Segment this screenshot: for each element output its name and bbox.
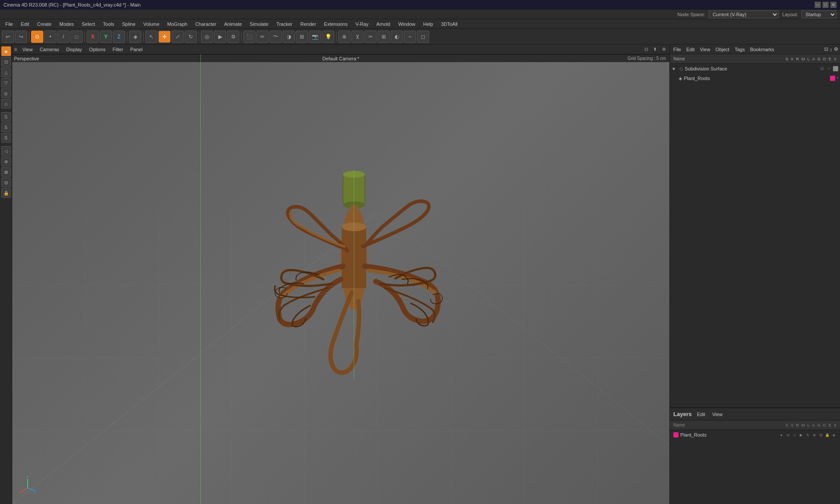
axis-z-btn[interactable]: Z bbox=[113, 31, 125, 43]
menu-simulate[interactable]: Simulate bbox=[246, 21, 272, 28]
layer-gen-icon[interactable]: ↻ bbox=[805, 432, 810, 438]
camera-btn[interactable]: 📷 bbox=[309, 31, 321, 43]
tool1-btn[interactable]: ◁ bbox=[1, 146, 11, 156]
vp-menu-filter[interactable]: Filter bbox=[111, 47, 125, 52]
vp-menu-options[interactable]: Options bbox=[87, 47, 107, 52]
vp-maximize-icon[interactable]: ⬆ bbox=[651, 46, 659, 53]
vp-menu-display[interactable]: Display bbox=[64, 47, 84, 52]
render-settings-btn[interactable]: ⚙ bbox=[227, 31, 239, 43]
mode-sculpt-btn[interactable]: ▽ bbox=[1, 78, 11, 88]
axis-y-btn[interactable]: Y bbox=[100, 31, 112, 43]
menu-3dtoall[interactable]: 3DToAll bbox=[438, 21, 461, 28]
snap-mode-btn[interactable]: S bbox=[1, 112, 11, 122]
snap2-btn[interactable]: S bbox=[1, 122, 11, 132]
menu-arnold[interactable]: Arnold bbox=[373, 21, 394, 28]
select-btn[interactable]: ↖ bbox=[145, 31, 158, 43]
iron-btn[interactable]: ◻ bbox=[417, 31, 429, 43]
tool2-btn[interactable]: ⊕ bbox=[1, 157, 11, 166]
vp-menu-icon[interactable]: ≡ bbox=[14, 46, 17, 52]
obj-bookmarks[interactable]: Bookmarks bbox=[748, 47, 776, 52]
layer-plant-roots[interactable]: Plant_Roots ● ◎ □ ▶ ↻ ⊕ ⊟ 🔒 ◈ bbox=[670, 430, 840, 440]
tool5-btn[interactable]: 🔒 bbox=[1, 188, 11, 198]
menu-extensions[interactable]: Extensions bbox=[321, 21, 351, 28]
brush-btn[interactable]: ◐ bbox=[391, 31, 403, 43]
bulge-btn[interactable]: ~ bbox=[404, 31, 416, 43]
obj-world-btn[interactable]: ◈ bbox=[129, 31, 141, 43]
scale-btn[interactable]: ⤢ bbox=[172, 31, 184, 43]
tool4-btn[interactable]: ⊟ bbox=[1, 178, 11, 187]
menu-select[interactable]: Select bbox=[78, 21, 99, 28]
layer-deform-icon[interactable]: ⊕ bbox=[812, 432, 817, 438]
vp-menu-panel[interactable]: Panel bbox=[129, 47, 144, 52]
obj-gear-icon[interactable]: ⚙ bbox=[834, 46, 838, 52]
menu-character[interactable]: Character bbox=[192, 21, 220, 28]
obj-subdivision-surface[interactable]: ▼ ◇ Subdivision Surface ☑ ✓ bbox=[670, 64, 840, 74]
undo-btn[interactable]: ↩ bbox=[2, 31, 14, 43]
tool3-btn[interactable]: ⊠ bbox=[1, 167, 11, 177]
layer-expr-icon[interactable]: ⊟ bbox=[818, 432, 823, 438]
pencil-btn[interactable]: ✏ bbox=[256, 31, 269, 43]
layer-eye-icon[interactable]: ● bbox=[779, 432, 784, 438]
menu-tracker[interactable]: Tracker bbox=[273, 21, 296, 28]
viewport[interactable]: Perspective Default Camera:* bbox=[12, 54, 669, 504]
menu-animate[interactable]: Animate bbox=[220, 21, 245, 28]
mode-poly-btn[interactable]: □ bbox=[70, 31, 83, 43]
menu-edit[interactable]: Edit bbox=[18, 21, 33, 28]
menu-tools[interactable]: Tools bbox=[99, 21, 118, 28]
obj-sort-icon[interactable]: ↕ bbox=[830, 47, 833, 52]
knife-btn[interactable]: ✂ bbox=[364, 31, 377, 43]
subdiv-active-check[interactable]: ✓ bbox=[826, 66, 832, 72]
mode-bp-btn[interactable]: △ bbox=[1, 67, 11, 77]
menu-help[interactable]: Help bbox=[420, 21, 437, 28]
menu-volume[interactable]: Volume bbox=[140, 21, 163, 28]
redo-btn[interactable]: ↪ bbox=[15, 31, 27, 43]
layer-solo-icon[interactable]: ◈ bbox=[831, 432, 836, 438]
mode-object-btn[interactable]: ⊙ bbox=[31, 31, 43, 43]
subdiv-checkbox[interactable]: ☑ bbox=[819, 66, 825, 72]
obj-object[interactable]: Object bbox=[714, 47, 731, 52]
layout-dropdown[interactable]: Startup bbox=[802, 10, 836, 18]
obj-tags[interactable]: Tags bbox=[733, 47, 746, 52]
vp-settings-icon[interactable]: ⚙ bbox=[660, 46, 668, 53]
rotate-btn[interactable]: ↻ bbox=[185, 31, 197, 43]
layer-anim-icon[interactable]: ▶ bbox=[798, 432, 804, 438]
light-btn[interactable]: 💡 bbox=[322, 31, 334, 43]
subdiv-expand-icon[interactable]: ▼ bbox=[672, 66, 676, 71]
menu-render[interactable]: Render bbox=[297, 21, 320, 28]
move-btn[interactable]: ✛ bbox=[158, 31, 171, 43]
cube-btn[interactable]: ⬛ bbox=[243, 31, 256, 43]
snap-btn[interactable]: ⊕ bbox=[338, 31, 350, 43]
mode-edge-btn[interactable]: / bbox=[57, 31, 70, 43]
layer-cam-icon[interactable]: ◎ bbox=[785, 432, 791, 438]
mode-point-btn[interactable]: • bbox=[44, 31, 56, 43]
menu-spline[interactable]: Spline bbox=[119, 21, 139, 28]
array-btn[interactable]: ⊞ bbox=[296, 31, 308, 43]
layer-render-icon[interactable]: □ bbox=[792, 432, 797, 438]
measure-btn[interactable]: ⊻ bbox=[351, 31, 364, 43]
vp-menu-cameras[interactable]: Cameras bbox=[38, 47, 61, 52]
snap3-btn[interactable]: S bbox=[1, 133, 11, 143]
node-space-dropdown[interactable]: Current (V-Ray) bbox=[709, 10, 779, 18]
render-view-btn[interactable]: ◎ bbox=[201, 31, 213, 43]
obj-view[interactable]: View bbox=[698, 47, 712, 52]
menu-vray[interactable]: V-Ray bbox=[352, 21, 372, 28]
menu-window[interactable]: Window bbox=[395, 21, 419, 28]
deform-btn[interactable]: ◑ bbox=[283, 31, 295, 43]
render-btn[interactable]: ▶ bbox=[214, 31, 226, 43]
close-btn[interactable]: ✕ bbox=[830, 2, 836, 8]
vp-aspect-icon[interactable]: ⊡ bbox=[642, 46, 650, 53]
obj-file[interactable]: File bbox=[672, 47, 683, 52]
obj-filter-icon[interactable]: ⊡ bbox=[824, 46, 828, 52]
menu-mograph[interactable]: MoGraph bbox=[164, 21, 191, 28]
menu-create[interactable]: Create bbox=[34, 21, 55, 28]
menu-modes[interactable]: Modes bbox=[56, 21, 77, 28]
menu-file[interactable]: File bbox=[2, 21, 17, 28]
layer-lock-icon[interactable]: 🔒 bbox=[825, 432, 830, 438]
mode-tex-btn[interactable]: ⊡ bbox=[1, 57, 11, 66]
obj-plant-roots[interactable]: ◈ Plant_Roots • bbox=[670, 74, 840, 83]
layers-view[interactable]: View bbox=[710, 412, 724, 417]
mode-model-btn[interactable]: ◈ bbox=[1, 46, 11, 56]
mode-motion-btn[interactable]: ◎ bbox=[1, 88, 11, 98]
maximize-btn[interactable]: □ bbox=[822, 2, 829, 8]
spline-tool-btn[interactable]: 〜 bbox=[270, 31, 282, 43]
